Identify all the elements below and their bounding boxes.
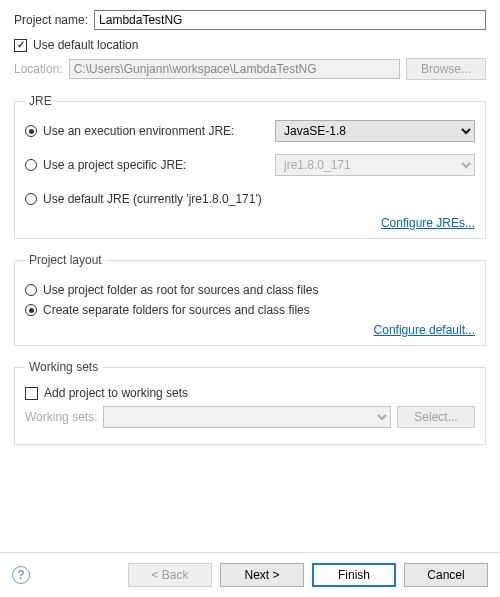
layout-separate-folders-radio[interactable]: [25, 304, 37, 316]
use-default-location-label: Use default location: [33, 38, 138, 52]
jre-default-label: Use default JRE (currently 'jre1.8.0_171…: [43, 192, 262, 206]
configure-jres-link[interactable]: Configure JREs...: [381, 216, 475, 230]
browse-button: Browse...: [406, 58, 486, 80]
layout-single-folder-label: Use project folder as root for sources a…: [43, 283, 318, 297]
working-sets-legend: Working sets: [25, 360, 102, 374]
working-sets-select: [103, 406, 391, 428]
project-layout-group: Project layout Use project folder as roo…: [14, 253, 486, 346]
jre-exec-env-select[interactable]: JavaSE-1.8: [275, 120, 475, 142]
finish-button[interactable]: Finish: [312, 563, 396, 587]
working-sets-field-label: Working sets:: [25, 410, 97, 424]
working-sets-group: Working sets Add project to working sets…: [14, 360, 486, 445]
project-name-input[interactable]: [94, 10, 486, 30]
back-button: < Back: [128, 563, 212, 587]
layout-single-folder-radio[interactable]: [25, 284, 37, 296]
help-icon[interactable]: ?: [12, 566, 30, 584]
use-default-location-checkbox[interactable]: [14, 39, 27, 52]
layout-separate-folders-label: Create separate folders for sources and …: [43, 303, 310, 317]
project-layout-legend: Project layout: [25, 253, 106, 267]
configure-default-link[interactable]: Configure default...: [374, 323, 475, 337]
jre-project-specific-label: Use a project specific JRE:: [43, 158, 186, 172]
next-button[interactable]: Next >: [220, 563, 304, 587]
jre-default-radio[interactable]: [25, 193, 37, 205]
cancel-button[interactable]: Cancel: [404, 563, 488, 587]
add-working-sets-checkbox[interactable]: [25, 387, 38, 400]
jre-legend: JRE: [25, 94, 56, 108]
jre-group: JRE Use an execution environment JRE: Ja…: [14, 94, 486, 239]
project-name-label: Project name:: [14, 13, 88, 27]
jre-exec-env-radio[interactable]: [25, 125, 37, 137]
working-sets-select-button: Select...: [397, 406, 475, 428]
location-label: Location:: [14, 62, 63, 76]
add-working-sets-label: Add project to working sets: [44, 386, 188, 400]
jre-project-specific-radio[interactable]: [25, 159, 37, 171]
jre-project-specific-select: jre1.8.0_171: [275, 154, 475, 176]
jre-exec-env-label: Use an execution environment JRE:: [43, 124, 234, 138]
location-input: C:\Users\Gunjann\workspace\LambdaTestNG: [69, 59, 400, 79]
